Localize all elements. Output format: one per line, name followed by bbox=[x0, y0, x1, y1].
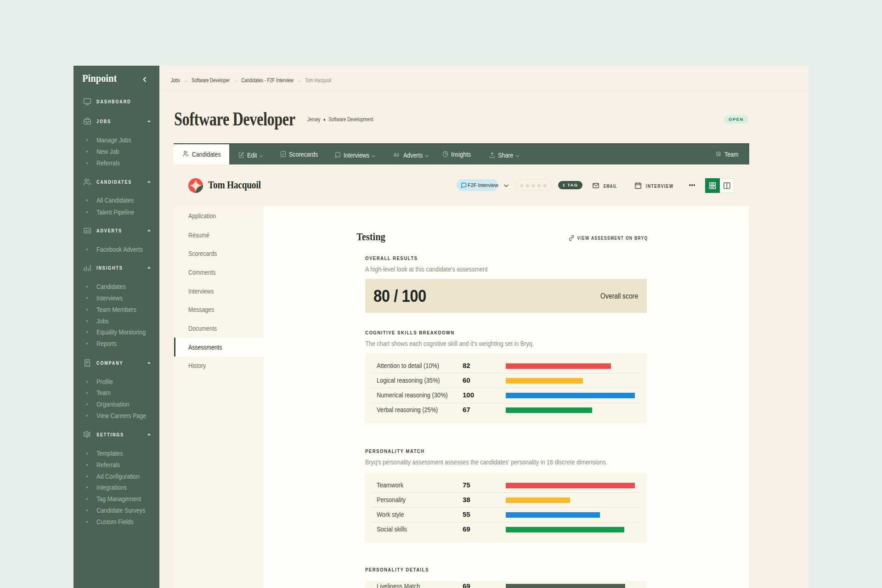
svg-text:Ad: Ad bbox=[85, 229, 90, 233]
svg-text:Ad: Ad bbox=[393, 153, 399, 158]
